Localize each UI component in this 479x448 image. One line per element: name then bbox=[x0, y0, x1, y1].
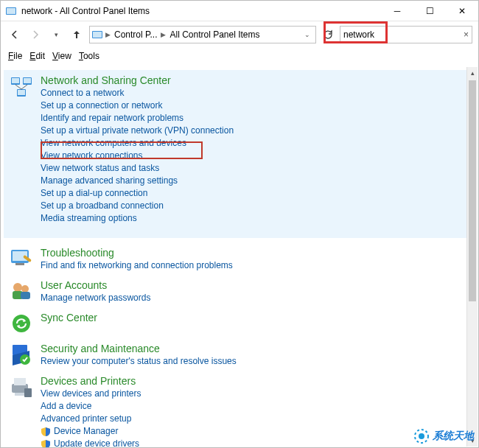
svg-rect-1 bbox=[7, 8, 15, 14]
titlebar: network - All Control Panel Items ─ ☐ ✕ bbox=[1, 1, 478, 21]
svg-rect-17 bbox=[21, 292, 30, 299]
link-setup-vpn[interactable]: Set up a virtual private network (VPN) c… bbox=[41, 125, 469, 137]
link-device-manager[interactable]: Device Manager bbox=[41, 425, 469, 438]
section-title-network-sharing[interactable]: Network and Sharing Center bbox=[41, 74, 469, 86]
chevron-right-icon[interactable]: ▶ bbox=[160, 31, 167, 38]
folder-icon bbox=[91, 29, 103, 41]
link-device-manager-label: Device Manager bbox=[54, 425, 118, 438]
link-identify-repair[interactable]: Identify and repair network problems bbox=[41, 112, 469, 125]
svg-rect-3 bbox=[93, 32, 102, 38]
link-setup-broadband[interactable]: Set up a broadband connection bbox=[41, 200, 469, 212]
link-review-status[interactable]: Review your computer's status and resolv… bbox=[41, 355, 469, 368]
content-area: Network and Sharing Center Connect to a … bbox=[1, 67, 478, 447]
chevron-right-icon[interactable]: ▶ bbox=[105, 31, 111, 38]
clear-search-button[interactable]: × bbox=[464, 29, 469, 40]
address-dropdown[interactable]: ⌄ bbox=[301, 31, 314, 38]
breadcrumb-item[interactable]: All Control Panel Items bbox=[168, 29, 261, 40]
search-box[interactable]: × bbox=[340, 26, 472, 43]
svg-rect-12 bbox=[15, 263, 24, 265]
link-update-drivers-label: Update device drivers bbox=[54, 438, 139, 447]
svg-point-26 bbox=[419, 433, 424, 439]
svg-rect-5 bbox=[12, 78, 19, 83]
link-view-devices[interactable]: View devices and printers bbox=[41, 388, 469, 400]
watermark-icon bbox=[413, 428, 430, 444]
forward-button[interactable] bbox=[27, 27, 43, 43]
network-sharing-icon bbox=[10, 74, 33, 98]
shield-icon bbox=[41, 427, 51, 437]
link-view-connections[interactable]: View network connections bbox=[41, 150, 469, 162]
svg-rect-9 bbox=[18, 90, 25, 95]
selected-section: Network and Sharing Center Connect to a … bbox=[4, 70, 475, 238]
troubleshooting-icon bbox=[10, 247, 33, 270]
link-find-fix-networking[interactable]: Find and fix networking and connection p… bbox=[41, 259, 469, 272]
scrollbar-thumb[interactable] bbox=[469, 80, 476, 301]
back-button[interactable] bbox=[7, 27, 23, 43]
search-input[interactable] bbox=[343, 29, 447, 40]
svg-rect-7 bbox=[24, 78, 31, 83]
link-view-computers[interactable]: View network computers and devices bbox=[41, 137, 469, 150]
maximize-button[interactable]: ☐ bbox=[413, 1, 446, 21]
vertical-scrollbar[interactable]: ▴ ▾ bbox=[466, 67, 478, 447]
address-bar-row: ▾ ▶ Control P... ▶ All Control Panel Ite… bbox=[1, 21, 478, 48]
section-title-troubleshooting[interactable]: Troubleshooting bbox=[41, 247, 469, 259]
link-media-streaming[interactable]: Media streaming options bbox=[41, 212, 469, 225]
svg-point-18 bbox=[13, 315, 30, 332]
security-maintenance-icon bbox=[10, 343, 33, 366]
link-setup-connection[interactable]: Set up a connection or network bbox=[41, 99, 469, 112]
breadcrumb-item[interactable]: Control P... bbox=[113, 29, 158, 40]
recent-dropdown[interactable]: ▾ bbox=[48, 27, 64, 43]
control-panel-icon bbox=[5, 5, 17, 17]
svg-rect-24 bbox=[24, 388, 32, 397]
menu-view[interactable]: View bbox=[52, 51, 71, 61]
sync-center-icon bbox=[10, 312, 33, 335]
link-add-device[interactable]: Add a device bbox=[41, 400, 469, 413]
svg-point-14 bbox=[13, 283, 22, 292]
watermark-text: 系统天地 bbox=[433, 430, 474, 443]
section-title-sync-center[interactable]: Sync Center bbox=[41, 312, 469, 323]
link-update-drivers[interactable]: Update device drivers bbox=[41, 438, 469, 447]
menubar: File Edit View Tools bbox=[1, 48, 478, 64]
link-setup-dialup[interactable]: Set up a dial-up connection bbox=[41, 187, 469, 200]
window-title: network - All Control Panel Items bbox=[21, 6, 150, 16]
shield-icon bbox=[41, 439, 51, 448]
svg-rect-22 bbox=[14, 378, 26, 385]
section-title-devices-printers[interactable]: Devices and Printers bbox=[41, 375, 469, 387]
close-button[interactable]: ✕ bbox=[446, 1, 478, 21]
up-button[interactable] bbox=[69, 27, 85, 43]
address-bar[interactable]: ▶ Control P... ▶ All Control Panel Items… bbox=[89, 26, 316, 43]
link-view-status-tasks[interactable]: View network status and tasks bbox=[41, 162, 469, 175]
scroll-up-button[interactable]: ▴ bbox=[467, 67, 478, 79]
devices-printers-icon bbox=[10, 375, 33, 399]
svg-point-16 bbox=[21, 285, 29, 293]
link-manage-sharing[interactable]: Manage advanced sharing settings bbox=[41, 175, 469, 187]
link-manage-passwords[interactable]: Manage network passwords bbox=[41, 292, 469, 304]
menu-file[interactable]: File bbox=[8, 51, 22, 61]
section-title-user-accounts[interactable]: User Accounts bbox=[41, 279, 469, 291]
link-connect-network[interactable]: Connect to a network bbox=[41, 87, 469, 99]
menu-edit[interactable]: Edit bbox=[29, 51, 45, 61]
refresh-button[interactable] bbox=[321, 29, 335, 40]
section-title-security-maintenance[interactable]: Security and Maintenance bbox=[41, 343, 469, 354]
link-advanced-printer[interactable]: Advanced printer setup bbox=[41, 413, 469, 425]
watermark: 系统天地 bbox=[413, 428, 474, 444]
minimize-button[interactable]: ─ bbox=[381, 1, 413, 21]
user-accounts-icon bbox=[10, 279, 33, 303]
menu-tools[interactable]: Tools bbox=[79, 51, 99, 61]
